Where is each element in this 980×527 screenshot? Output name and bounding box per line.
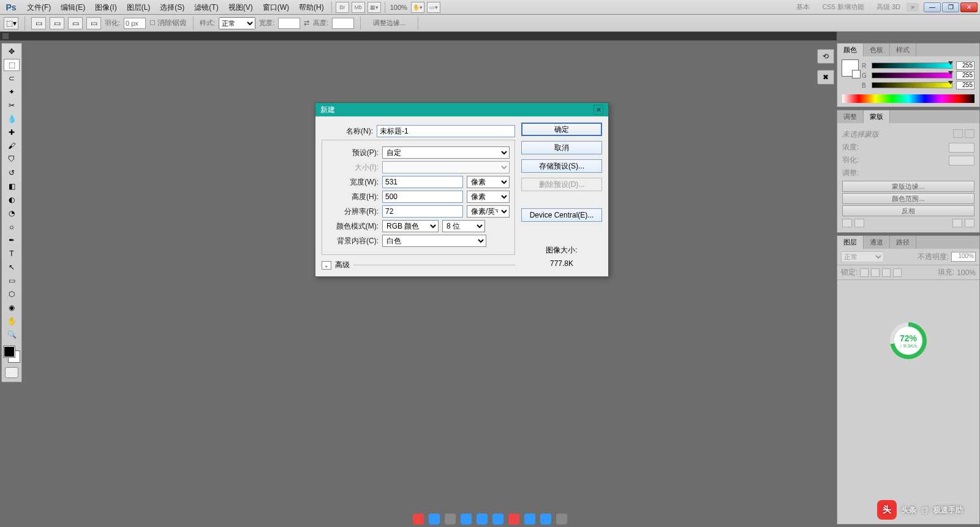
preset-select[interactable]: 自定 [382,146,510,159]
lock-position-icon[interactable] [882,268,891,277]
delete-mask-icon[interactable] [965,219,974,227]
eyedropper-tool-icon[interactable]: 💧 [4,113,20,125]
sel-new-icon[interactable]: ▭ [31,17,46,29]
tray-icon[interactable] [524,514,535,525]
menu-image[interactable]: 图像(I) [90,0,121,15]
disable-mask-icon[interactable] [952,219,962,227]
workspace-more-icon[interactable]: » [907,3,919,12]
path-tool-icon[interactable]: ↖ [4,261,20,273]
history-panel-icon[interactable]: ⟲ [817,49,834,64]
3dcam-tool-icon[interactable]: ◉ [4,301,20,314]
stamp-tool-icon[interactable]: ⛉ [4,153,20,165]
move-tool-icon[interactable]: ✥ [4,45,20,58]
3d-tool-icon[interactable]: ⬡ [4,288,20,300]
tab-swatches[interactable]: 色板 [864,44,890,56]
lock-pixels-icon[interactable] [871,268,880,277]
lock-all-icon[interactable] [893,268,902,277]
type-tool-icon[interactable]: T [4,248,20,260]
tray-icon[interactable] [413,514,424,525]
foreground-swatch[interactable] [842,60,858,76]
dialog-titlebar[interactable]: 新建 ✕ [315,103,608,116]
bitdepth-select[interactable]: 8 位 [442,220,485,232]
colormode-select[interactable]: RGB 颜色 [382,220,439,232]
slider-b[interactable] [872,82,952,88]
slider-r[interactable] [872,63,952,69]
window-minimize-button[interactable]: — [924,2,941,12]
zoom-level[interactable]: 100% [388,4,410,11]
load-sel-icon[interactable] [842,219,852,227]
shape-tool-icon[interactable]: ▭ [4,275,20,287]
cancel-button[interactable]: 取消 [521,141,602,154]
style-select[interactable]: 正常 [219,17,255,29]
tab-styles[interactable]: 样式 [890,44,916,56]
sel-int-icon[interactable]: ▭ [86,17,101,29]
tray-icon[interactable] [492,514,503,525]
sel-add-icon[interactable]: ▭ [50,17,64,29]
blend-mode-select[interactable]: 正常 [841,251,884,262]
extras-icon[interactable]: ▦▾ [368,2,381,13]
workspace-cs5new[interactable]: CS5 新增功能 [816,2,870,12]
menu-filter[interactable]: 滤镜(T) [189,0,223,15]
history-brush-tool-icon[interactable]: ↺ [4,167,20,179]
menu-file[interactable]: 文件(F) [22,0,56,15]
tab-mask[interactable]: 蒙版 [864,110,890,123]
hand-icon[interactable]: ✋▾ [411,2,424,13]
feather-input[interactable] [124,18,146,29]
tray-icon[interactable] [540,514,551,525]
blur-tool-icon[interactable]: ◔ [4,207,20,219]
menu-select[interactable]: 选择(S) [155,0,189,15]
resolution-input[interactable] [382,205,463,218]
tray-icon[interactable] [556,514,567,525]
wand-tool-icon[interactable]: ✦ [4,86,20,98]
tab-channels[interactable]: 通道 [864,236,890,249]
pixel-mask-icon[interactable] [953,129,963,138]
pen-tool-icon[interactable]: ✒ [4,234,20,246]
feather-mask-input[interactable] [949,156,974,165]
width-input-dlg[interactable] [382,176,463,188]
height-input-dlg[interactable] [382,191,463,203]
height-input[interactable] [332,18,354,29]
workspace-essentials[interactable]: 基本 [790,2,816,12]
menu-window[interactable]: 窗口(W) [258,0,294,15]
zoom-tool-icon[interactable]: 🔍 [4,328,20,341]
heal-tool-icon[interactable]: ✚ [4,126,20,138]
device-central-button[interactable]: Device Central(E)... [521,208,602,222]
gradient-tool-icon[interactable]: ◐ [4,194,20,206]
dialog-close-button[interactable]: ✕ [594,105,603,115]
refine-edge-button[interactable]: 调整边缘... [367,17,412,29]
save-preset-button[interactable]: 存储预设(S)... [521,159,602,173]
background-select[interactable]: 白色 [382,235,486,247]
invert-button[interactable]: 反相 [842,205,974,216]
color-swatches[interactable] [4,346,20,362]
width-unit-select[interactable]: 像素 [467,176,510,188]
dodge-tool-icon[interactable]: ☼ [4,221,20,233]
resolution-unit-select[interactable]: 像素/英寸 [467,205,510,218]
advanced-toggle-icon[interactable]: ⌄ [322,261,331,270]
minibridge-icon[interactable]: Mb [352,2,365,13]
tab-adjust[interactable]: 调整 [837,110,864,123]
window-close-button[interactable]: ✕ [960,2,978,12]
fill-input[interactable]: 100% [957,268,976,277]
workspace-3d[interactable]: 高级 3D [870,2,907,12]
tray-icon[interactable] [477,514,488,525]
active-tool-icon[interactable]: ⬚▾ [4,17,18,29]
menu-layer[interactable]: 图层(L) [122,0,156,15]
tray-icon[interactable] [461,514,472,525]
tab-collapse-icon[interactable] [2,33,9,39]
quickmask-icon[interactable] [5,367,18,378]
tab-color[interactable]: 颜色 [837,44,864,56]
screenmode-icon[interactable]: ▭▾ [427,2,440,13]
tray-icon[interactable] [445,514,456,525]
tab-paths[interactable]: 路径 [890,236,916,249]
lasso-tool-icon[interactable]: ⊂ [4,72,20,85]
name-input[interactable] [377,125,515,137]
width-input[interactable] [278,18,300,29]
mask-edge-button[interactable]: 蒙版边缘... [842,181,974,192]
brush-tool-icon[interactable]: 🖌 [4,140,20,152]
marquee-tool-icon[interactable]: ⬚ [4,59,20,71]
eraser-tool-icon[interactable]: ◧ [4,180,20,192]
sel-sub-icon[interactable]: ▭ [68,17,83,29]
spectrum-bar[interactable] [842,94,974,103]
menu-edit[interactable]: 编辑(E) [56,0,90,15]
density-input[interactable] [949,143,974,153]
